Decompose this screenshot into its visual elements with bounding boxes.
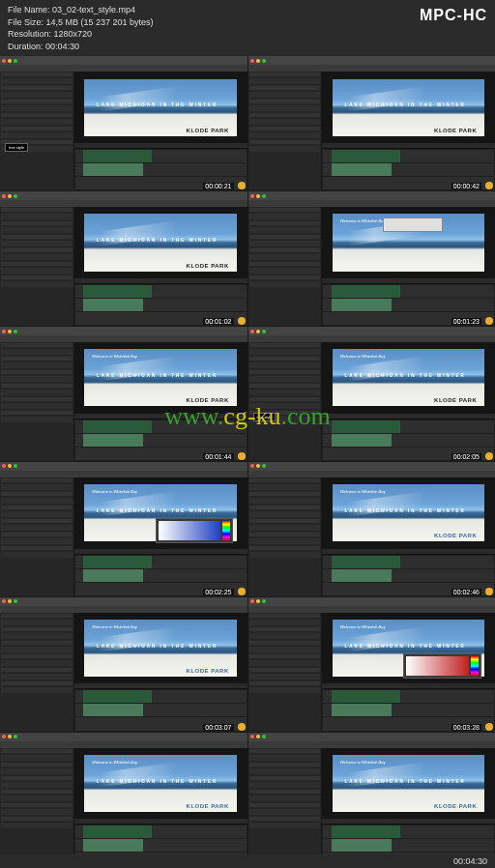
text-welcome[interactable]: Welcome to Whitefish Bay: [340, 760, 386, 765]
property-row[interactable]: [1, 370, 73, 374]
property-row[interactable]: [1, 105, 73, 111]
property-row[interactable]: [1, 254, 73, 260]
stage[interactable]: Welcome to Whitefish BayLAKE MICHIGAN IN…: [84, 755, 236, 812]
property-row[interactable]: [249, 132, 321, 138]
property-row[interactable]: [249, 817, 321, 821]
property-row[interactable]: [249, 221, 321, 225]
text-headline[interactable]: LAKE MICHIGAN IN THE WINTER: [345, 508, 466, 513]
text-location[interactable]: KLODE PARK: [434, 803, 477, 809]
timeline-track[interactable]: [323, 825, 494, 838]
property-row[interactable]: [249, 552, 321, 558]
timeline-clip[interactable]: [83, 285, 152, 298]
property-row[interactable]: [249, 100, 321, 103]
text-headline[interactable]: LAKE MICHIGAN IN THE WINTER: [345, 779, 466, 784]
timeline-clip[interactable]: [332, 704, 392, 716]
thumbnail[interactable]: Welcome to Whitefish BayLAKE MICHIGAN IN…: [248, 462, 496, 596]
property-row[interactable]: [1, 803, 73, 807]
close-icon[interactable]: [250, 599, 254, 603]
timeline-clip[interactable]: [332, 434, 392, 447]
timeline-clip[interactable]: [332, 163, 392, 176]
timeline-track[interactable]: [75, 569, 247, 582]
property-row[interactable]: [249, 506, 321, 509]
property-row[interactable]: [249, 687, 321, 693]
preview-viewport[interactable]: LAKE MICHIGAN IN THE WINTERKLODE PARK: [322, 72, 495, 143]
property-row[interactable]: [249, 478, 321, 482]
thumbnail[interactable]: Welcome to Whitefish BayLAKE MICHIGAN IN…: [0, 597, 248, 732]
text-headline[interactable]: LAKE MICHIGAN IN THE WINTER: [97, 779, 218, 784]
property-row[interactable]: [249, 281, 321, 287]
maximize-icon[interactable]: [262, 330, 266, 333]
property-row[interactable]: [249, 214, 321, 219]
maximize-icon[interactable]: [262, 599, 266, 603]
property-row[interactable]: [1, 525, 73, 531]
property-row[interactable]: [249, 763, 321, 767]
property-row[interactable]: [249, 654, 321, 658]
property-row[interactable]: [1, 668, 73, 672]
property-row[interactable]: [249, 546, 321, 550]
timeline-clip[interactable]: [332, 285, 400, 298]
property-row[interactable]: [1, 357, 73, 361]
property-row[interactable]: [1, 674, 73, 680]
property-row[interactable]: [1, 208, 73, 212]
property-row[interactable]: [1, 647, 73, 652]
close-icon[interactable]: [250, 194, 254, 198]
property-row[interactable]: [249, 208, 321, 212]
property-row[interactable]: [1, 809, 73, 815]
timeline-clip[interactable]: [332, 150, 400, 162]
property-row[interactable]: [1, 749, 73, 753]
preview-viewport[interactable]: Welcome to Whitefish BayLAKE MICHIGAN IN…: [322, 613, 495, 684]
property-row[interactable]: [1, 492, 73, 496]
timeline-track[interactable]: [323, 434, 494, 447]
property-row[interactable]: [1, 390, 73, 395]
property-row[interactable]: [249, 538, 321, 544]
timeline-track[interactable]: [75, 285, 247, 298]
property-row[interactable]: [1, 823, 73, 828]
menubar[interactable]: [0, 65, 248, 72]
property-row[interactable]: [1, 519, 73, 523]
property-row[interactable]: [1, 268, 73, 274]
menubar[interactable]: [0, 471, 248, 477]
property-row[interactable]: [1, 782, 73, 788]
property-row[interactable]: [1, 113, 73, 117]
maximize-icon[interactable]: [262, 59, 266, 63]
property-row[interactable]: [1, 538, 73, 544]
timeline-track[interactable]: [323, 839, 494, 852]
property-row[interactable]: [1, 796, 73, 801]
property-row[interactable]: [1, 397, 73, 401]
property-row[interactable]: [1, 235, 73, 239]
property-row[interactable]: [1, 127, 73, 130]
thumbnail[interactable]: Welcome to Whitefish BayLAKE MICHIGAN IN…: [248, 733, 496, 867]
property-row[interactable]: [249, 776, 321, 780]
minimize-icon[interactable]: [8, 59, 12, 63]
timeline-track[interactable]: [323, 556, 494, 568]
text-headline[interactable]: LAKE MICHIGAN IN THE WINTER: [345, 373, 466, 378]
timeline-track[interactable]: [75, 839, 247, 852]
property-row[interactable]: [249, 227, 321, 233]
property-row[interactable]: [1, 681, 73, 685]
menubar[interactable]: [0, 606, 248, 613]
maximize-icon[interactable]: [262, 194, 266, 198]
window-titlebar[interactable]: [0, 327, 248, 335]
property-row[interactable]: [249, 241, 321, 246]
text-welcome[interactable]: Welcome to Whitefish Bay: [92, 624, 137, 629]
stage[interactable]: LAKE MICHIGAN IN THE WINTERKLODE PARK: [84, 79, 236, 136]
stage[interactable]: Welcome to Whitefish BayLAKE MICHIGAN IN…: [84, 620, 236, 677]
property-row[interactable]: [249, 235, 321, 239]
thumbnail[interactable]: Welcome to Whitefish BayLAKE MICHIGAN IN…: [248, 597, 496, 732]
property-row[interactable]: [249, 72, 321, 76]
timeline-clip[interactable]: [332, 556, 400, 568]
property-row[interactable]: [249, 119, 321, 125]
property-row[interactable]: [1, 119, 73, 125]
timeline-track[interactable]: [75, 704, 247, 716]
property-row[interactable]: [1, 92, 73, 98]
property-row[interactable]: [1, 343, 73, 347]
minimize-icon[interactable]: [8, 330, 12, 333]
window-titlebar[interactable]: [248, 191, 496, 200]
text-location[interactable]: KLODE PARK: [434, 397, 477, 403]
window-titlebar[interactable]: [248, 56, 496, 65]
timeline-track[interactable]: [75, 163, 247, 176]
property-row[interactable]: [1, 411, 73, 415]
text-welcome[interactable]: Welcome to Whitefish Bay: [340, 489, 386, 494]
minimize-icon[interactable]: [8, 599, 12, 603]
property-row[interactable]: [249, 362, 321, 368]
